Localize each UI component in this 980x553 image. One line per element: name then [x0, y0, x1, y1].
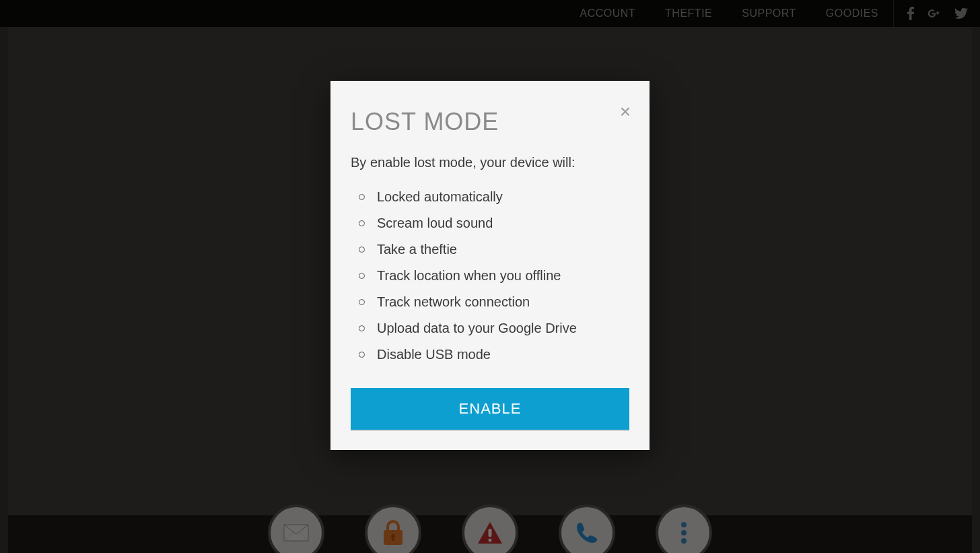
list-item: Disable USB mode: [359, 341, 629, 368]
modal-description: By enable lost mode, your device will:: [351, 155, 629, 170]
modal-overlay: × LOST MODE By enable lost mode, your de…: [0, 0, 980, 553]
list-item: Locked automatically: [359, 184, 629, 210]
list-item: Track network connection: [359, 289, 629, 315]
list-item: Take a theftie: [359, 236, 629, 263]
modal-title: LOST MODE: [351, 108, 629, 136]
list-item: Upload data to your Google Drive: [359, 315, 629, 341]
modal-feature-list: Locked automatically Scream loud sound T…: [351, 184, 629, 368]
list-item: Track location when you offline: [359, 263, 629, 289]
lost-mode-modal: × LOST MODE By enable lost mode, your de…: [330, 81, 650, 450]
enable-button[interactable]: ENABLE: [351, 388, 629, 430]
close-icon[interactable]: ×: [620, 102, 631, 121]
list-item: Scream loud sound: [359, 210, 629, 236]
